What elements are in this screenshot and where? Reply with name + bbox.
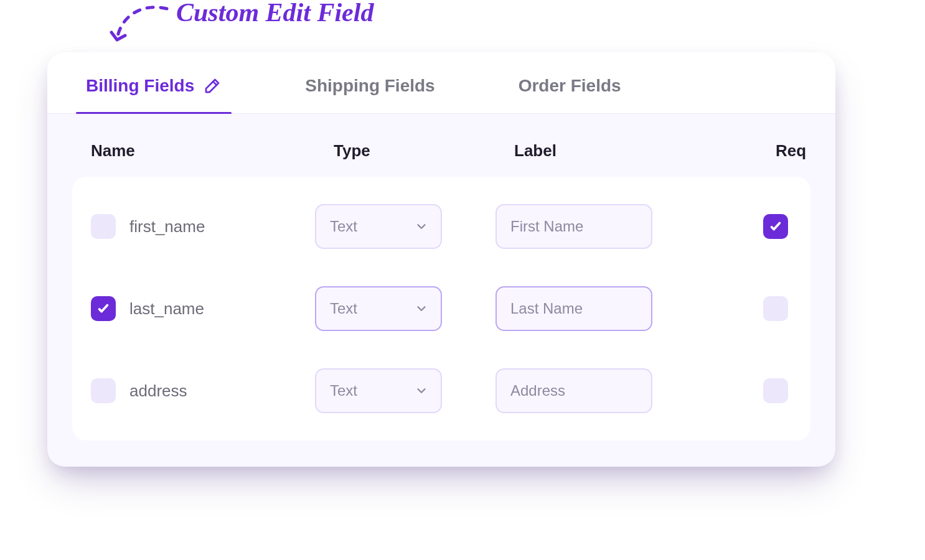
label-cell: Last Name — [495, 286, 757, 331]
chevron-down-icon — [415, 302, 428, 315]
label-input-value: Address — [510, 382, 565, 399]
column-header-type: Type — [334, 141, 514, 161]
table-row: last_name Text Last Name — [72, 268, 810, 350]
req-cell — [757, 296, 792, 321]
annotation-callout: Custom Edit Field — [108, 0, 357, 50]
fields-card: Billing Fields Shipping Fields Order Fie… — [47, 52, 835, 467]
rows-container: first_name Text First Name — [72, 177, 810, 441]
table-header: Name Type Label Req — [47, 114, 835, 177]
label-input[interactable]: Address — [495, 368, 652, 413]
column-header-label: Label — [514, 141, 776, 161]
annotation-arrow-icon — [108, 4, 176, 54]
type-select-value: Text — [330, 218, 357, 235]
type-select-value: Text — [330, 382, 357, 399]
type-cell: Text — [315, 286, 495, 331]
tab-order-fields[interactable]: Order Fields — [505, 52, 635, 113]
name-cell: first_name — [91, 214, 315, 239]
type-select[interactable]: Text — [315, 204, 442, 249]
row-select-checkbox[interactable] — [91, 214, 116, 239]
row-select-checkbox[interactable] — [91, 378, 116, 403]
type-select-value: Text — [330, 300, 357, 317]
required-checkbox[interactable] — [763, 296, 788, 321]
tab-billing-fields[interactable]: Billing Fields — [72, 52, 235, 113]
label-input-value: Last Name — [510, 300, 583, 317]
label-input-value: First Name — [510, 218, 583, 235]
tab-shipping-fields[interactable]: Shipping Fields — [291, 52, 448, 113]
required-checkbox[interactable] — [763, 214, 788, 239]
name-cell: last_name — [91, 296, 315, 321]
tab-label: Billing Fields — [86, 76, 194, 96]
table-row: address Text Address — [72, 350, 810, 432]
name-cell: address — [91, 378, 315, 403]
column-header-name: Name — [91, 141, 334, 161]
chevron-down-icon — [415, 220, 428, 233]
column-header-req: Req — [776, 141, 809, 161]
required-checkbox[interactable] — [763, 378, 788, 403]
row-select-checkbox[interactable] — [91, 296, 116, 321]
field-name: first_name — [129, 217, 205, 236]
table-row: first_name Text First Name — [72, 185, 810, 268]
field-name: address — [129, 381, 187, 401]
tabs-bar: Billing Fields Shipping Fields Order Fie… — [47, 52, 835, 114]
edit-icon — [203, 77, 222, 95]
label-cell: Address — [495, 368, 757, 413]
type-cell: Text — [315, 204, 495, 249]
req-cell — [757, 378, 792, 403]
label-cell: First Name — [495, 204, 757, 249]
chevron-down-icon — [415, 384, 428, 398]
tab-label: Shipping Fields — [305, 76, 434, 96]
type-cell: Text — [315, 368, 495, 413]
label-input[interactable]: Last Name — [495, 286, 652, 331]
field-name: last_name — [129, 299, 204, 319]
label-input[interactable]: First Name — [495, 204, 652, 249]
type-select[interactable]: Text — [315, 368, 442, 413]
tab-label: Order Fields — [519, 76, 621, 96]
type-select[interactable]: Text — [315, 286, 442, 331]
req-cell — [757, 214, 792, 239]
annotation-text: Custom Edit Field — [176, 0, 373, 27]
